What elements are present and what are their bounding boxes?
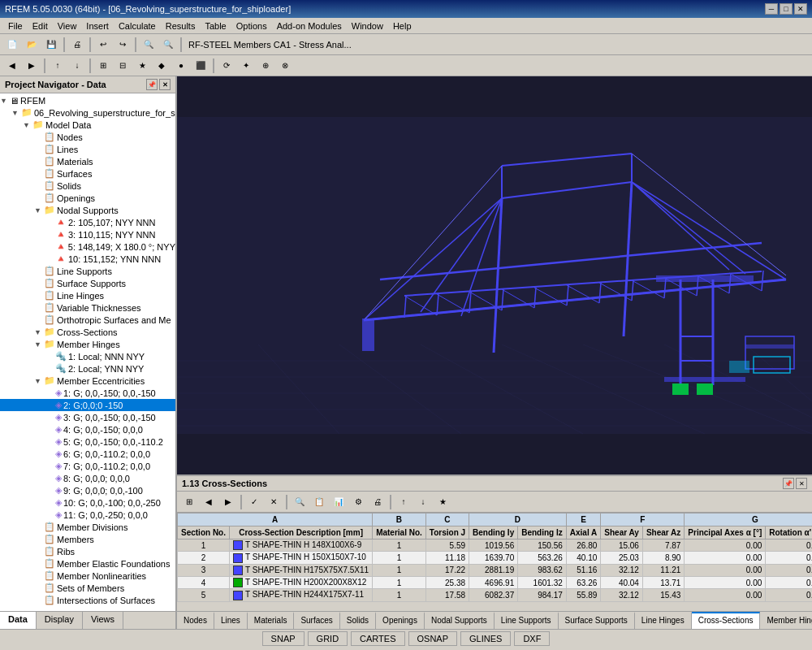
viewport-3d[interactable] [177,76,812,474]
status-btn-glines[interactable]: GLINES [460,631,511,646]
new-button[interactable]: 📄 [3,36,21,54]
tb2-b10[interactable]: ⬛ [192,57,209,75]
tb2-b5[interactable]: ⊞ [94,57,112,75]
bottom-tab-line-hinges[interactable]: Line Hinges [635,612,692,629]
bt-b12[interactable]: ↓ [414,493,432,511]
menu-item-window[interactable]: Window [347,20,388,32]
tree-item-member-elastic-foundations[interactable]: 📋Member Elastic Foundations [0,557,175,570]
save-button[interactable]: 💾 [42,36,60,54]
bt-b9[interactable]: ⚙ [349,493,367,511]
bottom-tab-surface-supports[interactable]: Surface Supports [559,612,635,629]
bottom-tab-lines[interactable]: Lines [214,612,248,629]
tree-item-variable-thicknesses[interactable]: 📋Variable Thicknesses [0,301,175,314]
menu-item-results[interactable]: Results [161,20,201,32]
bt-b2[interactable]: ◀ [200,493,218,511]
menu-item-insert[interactable]: Insert [81,20,114,32]
minimize-button[interactable]: ─ [765,3,778,15]
bt-b13[interactable]: ★ [434,493,451,511]
table-row[interactable]: 5T SHAPE-THIN H244X175X7-11117.586082.37… [178,589,813,601]
tree-toggle[interactable]: ▼ [34,206,44,214]
tree-item-solids[interactable]: 📋Solids [0,180,175,192]
bottom-tab-openings[interactable]: Openings [376,612,425,629]
bt-b7[interactable]: 📋 [310,493,328,511]
tree-toggle[interactable]: ▼ [34,377,44,385]
tree-item-me1[interactable]: ◈1: G; 0,0,-150; 0,0,-150 [0,387,175,399]
zoom-out-button[interactable]: 🔍 [159,36,177,54]
tb2-b7[interactable]: ★ [133,57,151,75]
tb2-b9[interactable]: ● [172,57,190,75]
table-row[interactable]: 3T SHAPE-THIN H175X75X7.5X11117.222881.1… [178,564,813,576]
bottom-tab-solids[interactable]: Solids [340,612,376,629]
tb2-b8[interactable]: ◆ [153,57,171,75]
tb2-b11[interactable]: ⟳ [218,57,235,75]
bottom-tab-nodal-supports[interactable]: Nodal Supports [425,612,495,629]
tb2-b13[interactable]: ⊕ [257,57,274,75]
nav-pin-button[interactable]: 📌 [146,79,158,90]
tree-item-cross-sections[interactable]: ▼📁Cross-Sections [0,326,175,338]
tree-item-mh2[interactable]: 🔩2: Local; YNN NYY [0,362,175,375]
tree-item-ns3[interactable]: 🔺5: 148,149; X 180.0 °; NYY [0,240,175,253]
zoom-in-button[interactable]: 🔍 [140,36,158,54]
tree-item-ns1[interactable]: 🔺2: 105,107; NYY NNN [0,216,175,228]
undo-button[interactable]: ↩ [94,36,112,54]
bt-b11[interactable]: ↑ [395,493,412,511]
bottom-tab-line-supports[interactable]: Line Supports [495,612,559,629]
bottom-panel-pin[interactable]: 📌 [783,478,794,489]
tree-item-me10[interactable]: ◈10: G; 0,0,-100; 0,0,-250 [0,496,175,509]
tree-item-surfaces[interactable]: 📋Surfaces [0,167,175,180]
tb2-b14[interactable]: ⊗ [276,57,294,75]
bt-b4[interactable]: ✓ [245,493,263,511]
tree-item-lines[interactable]: 📋Lines [0,143,175,155]
bt-b1[interactable]: ⊞ [180,493,198,511]
tree-toggle[interactable]: ▼ [34,328,44,336]
bottom-panel-close[interactable]: ✕ [796,478,807,489]
tree-item-rfem[interactable]: ▼🖥RFEM [0,95,175,106]
tree-item-me7[interactable]: ◈7: G; 0,0,-110.2; 0,0,0 [0,460,175,472]
status-btn-snap[interactable]: SNAP [262,631,304,646]
nav-tab-data[interactable]: Data [0,612,37,629]
open-button[interactable]: 📂 [23,36,41,54]
redo-button[interactable]: ↪ [114,36,132,54]
tree-item-nodes[interactable]: 📋Nodes [0,131,175,143]
bt-b10[interactable]: 🖨 [369,493,387,511]
tree-item-ns4[interactable]: 🔺10: 151,152; YNN NNN [0,253,175,265]
menu-item-add-on modules[interactable]: Add-on Modules [272,20,347,32]
tree-item-model-data[interactable]: ▼📁Model Data [0,119,175,131]
tree-item-mh1[interactable]: 🔩1: Local; NNN NYY [0,350,175,362]
tree-item-project[interactable]: ▼📁06_Revolving_superstructure_for_s [0,106,175,119]
bt-b8[interactable]: 📊 [330,493,348,511]
tree-item-openings[interactable]: 📋Openings [0,192,175,204]
tree-item-ribs[interactable]: 📋Ribs [0,545,175,557]
menu-item-table[interactable]: Table [200,20,231,32]
tree-item-surface-supports[interactable]: 📋Surface Supports [0,277,175,289]
tree-toggle[interactable]: ▼ [11,109,21,117]
tb2-b4[interactable]: ↓ [68,57,86,75]
status-btn-osnap[interactable]: OSNAP [408,631,458,646]
tree-item-me4[interactable]: ◈4: G; 0,0,-150; 0,0,0 [0,423,175,436]
tree-item-me2[interactable]: ◈2: G;0,0;0 -150 [0,399,175,411]
table-row[interactable]: 4T SHAPE-THIN H200X200X8X12125.384696.91… [178,577,813,589]
tree-item-intersections[interactable]: 📋Intersections of Surfaces [0,594,175,606]
data-table-wrapper[interactable]: A B C D E F G H Overall Dimensions Secti… [177,513,812,611]
tree-item-me11[interactable]: ◈11: G; 0,0,-250; 0,0,0 [0,509,175,521]
menu-item-edit[interactable]: Edit [28,20,53,32]
status-btn-cartes[interactable]: CARTES [351,631,404,646]
close-button[interactable]: ✕ [794,3,807,15]
tree-item-member-eccentricities[interactable]: ▼📁Member Eccentricities [0,375,175,387]
tree-item-me9[interactable]: ◈9: G; 0,0,0; 0,0,-100 [0,484,175,496]
menu-item-view[interactable]: View [53,20,82,32]
tree-item-me3[interactable]: ◈3: G; 0,0,-150; 0,0,-150 [0,411,175,423]
status-btn-grid[interactable]: GRID [308,631,348,646]
table-row[interactable]: 2T SHAPE-THIN H 150X150X7-10111.181639.7… [178,552,813,564]
bt-b6[interactable]: 🔍 [291,493,309,511]
tree-item-members[interactable]: 📋Members [0,533,175,545]
menu-item-help[interactable]: Help [388,20,417,32]
nav-tab-display[interactable]: Display [37,612,83,629]
menu-item-file[interactable]: File [3,20,28,32]
tree-item-me8[interactable]: ◈8: G; 0,0,0; 0,0,0 [0,472,175,484]
bottom-tab-member-hinges[interactable]: Member Hinges [760,612,812,629]
tree-item-materials[interactable]: 📋Materials [0,155,175,167]
tree-item-ns2[interactable]: 🔺3: 110,115; NYY NNN [0,228,175,240]
menu-item-calculate[interactable]: Calculate [114,20,161,32]
tree-item-orthotropic[interactable]: 📋Orthotropic Surfaces and Me [0,314,175,326]
